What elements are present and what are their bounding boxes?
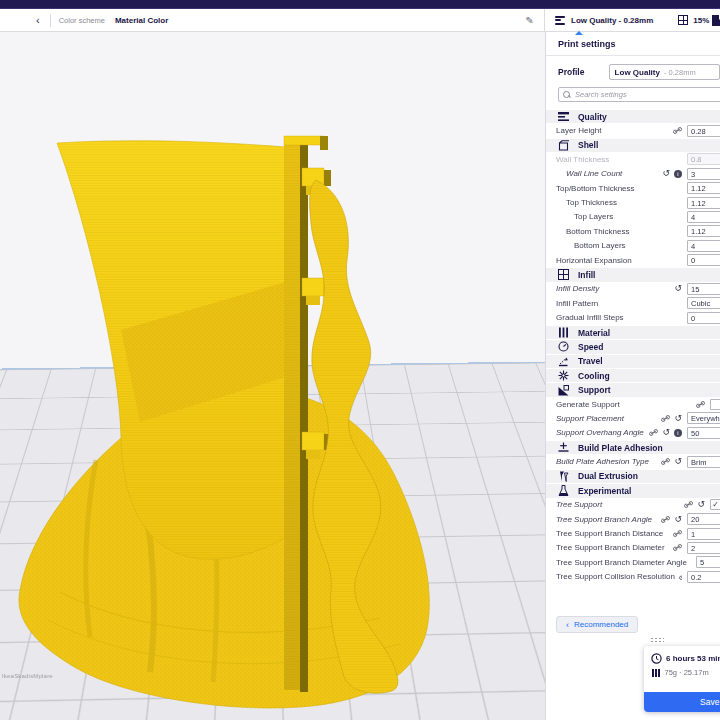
setting-support-placement[interactable]: Support Placement ↺ Everywhere xyxy=(546,411,720,425)
link-icon[interactable] xyxy=(673,530,682,537)
setting-bottom-layers[interactable]: Bottom Layers 4 xyxy=(546,239,720,253)
value-box[interactable]: 4 xyxy=(687,240,720,252)
setting-label: Tree Support xyxy=(556,500,602,509)
value-box[interactable]: 1.12 xyxy=(687,182,720,194)
value-box[interactable]: 3 xyxy=(687,168,720,180)
setting-gradual-infill-steps[interactable]: Gradual Infill Steps 0 xyxy=(546,310,720,324)
setting-infill-density[interactable]: Infill Density ↺ 15 xyxy=(546,282,720,296)
recommended-mode-button[interactable]: ‹ Recommended xyxy=(556,616,638,633)
link-icon[interactable] xyxy=(661,415,670,422)
section-speed[interactable]: Speed xyxy=(546,339,720,353)
value-box[interactable]: 1 xyxy=(687,528,720,540)
link-icon[interactable] xyxy=(649,429,658,436)
value-box[interactable]: 20 xyxy=(687,513,720,525)
section-dual-extrusion[interactable]: Dual Extrusion xyxy=(546,469,720,483)
setting-tree-support-branch-distance[interactable]: Tree Support Branch Distance 1 xyxy=(546,526,720,540)
back-chevron-icon[interactable]: ‹ xyxy=(36,14,40,26)
link-icon[interactable] xyxy=(673,544,682,551)
setting-tree-support[interactable]: Tree Support ↺ ✓ xyxy=(546,498,720,512)
color-scheme-dropdown[interactable]: Material Color xyxy=(115,16,168,25)
setting-top-layers[interactable]: Top Layers 4 xyxy=(546,210,720,224)
link-icon[interactable] xyxy=(679,573,682,580)
adhesion-icon xyxy=(558,442,569,453)
value-box[interactable]: 0 xyxy=(687,254,720,266)
save-button[interactable]: Save xyxy=(644,692,720,712)
value-box[interactable]: 1.12 xyxy=(687,225,720,237)
value-box[interactable]: 50 xyxy=(687,427,720,439)
section-material[interactable]: Material xyxy=(546,325,720,339)
print-settings-title: Print settings xyxy=(546,32,720,56)
setting-support-overhang-angle[interactable]: Support Overhang Angle ↺ i 50 xyxy=(546,426,720,440)
sliced-model[interactable] xyxy=(0,32,545,720)
setting-build-plate-adhesion-type[interactable]: Build Plate Adhesion Type ↺ Brim xyxy=(546,454,720,468)
section-label: Shell xyxy=(578,140,598,150)
link-icon[interactable] xyxy=(684,501,693,508)
quality-icon xyxy=(558,111,569,122)
section-label: Infill xyxy=(578,270,595,280)
cooling-icon xyxy=(558,370,569,381)
value-box[interactable]: 0 xyxy=(687,312,720,324)
info-icon[interactable]: i xyxy=(674,429,682,437)
value-dropdown[interactable]: Brim xyxy=(687,456,720,468)
setting-tree-support-branch-angle[interactable]: Tree Support Branch Angle ↺ 20 xyxy=(546,512,720,526)
value-box[interactable]: 0.28 xyxy=(687,125,720,137)
reset-icon[interactable]: ↺ xyxy=(662,169,670,178)
setting-wall-line-count[interactable]: Wall Line Count ↺ i 3 xyxy=(546,167,720,181)
experimental-flask-icon xyxy=(558,485,569,496)
edit-pencil-icon[interactable]: ✎ xyxy=(526,15,534,26)
info-icon[interactable]: i xyxy=(674,170,682,178)
value-box[interactable]: 1.12 xyxy=(687,197,720,209)
section-support[interactable]: Support xyxy=(546,382,720,396)
link-icon[interactable] xyxy=(673,127,682,134)
travel-icon xyxy=(558,356,569,367)
section-shell[interactable]: Shell xyxy=(546,138,720,152)
value-dropdown[interactable]: Everywhere xyxy=(687,412,720,424)
setting-label: Tree Support Branch Distance xyxy=(556,529,663,538)
dual-extrusion-icon xyxy=(558,471,569,482)
search-settings-input[interactable]: Search settings xyxy=(558,87,720,102)
section-experimental[interactable]: Experimental xyxy=(546,483,720,497)
section-infill[interactable]: Infill xyxy=(546,267,720,281)
section-quality[interactable]: Quality xyxy=(546,109,720,123)
profile-dropdown[interactable]: Low Quality - 0.28mm xyxy=(609,64,720,80)
setting-layer-height[interactable]: Layer Height 0.28 xyxy=(546,123,720,137)
section-build-plate-adhesion[interactable]: Build Plate Adhesion xyxy=(546,440,720,454)
value-box[interactable]: 2 xyxy=(687,542,720,554)
panel-pointer-caret xyxy=(575,31,583,35)
setting-generate-support[interactable]: Generate Support xyxy=(546,397,720,411)
window-top-bar xyxy=(0,0,720,9)
value-box[interactable]: 5 xyxy=(696,556,720,568)
link-icon[interactable] xyxy=(661,516,670,523)
setting-infill-pattern[interactable]: Infill Pattern Cubic xyxy=(546,296,720,310)
section-label: Cooling xyxy=(578,371,610,381)
link-icon[interactable] xyxy=(696,401,705,408)
reset-icon[interactable]: ↺ xyxy=(674,515,682,524)
print-setup-summary-bar[interactable]: Low Quality - 0.28mm 15% xyxy=(545,9,720,31)
value-box[interactable]: 0.2 xyxy=(687,571,720,583)
setting-top-thickness[interactable]: Top Thickness 1.12 xyxy=(546,195,720,209)
reset-icon[interactable]: ↺ xyxy=(674,414,682,423)
3d-viewport[interactable]: IkeaSkadisMplare xyxy=(0,32,545,720)
reset-icon[interactable]: ↺ xyxy=(697,500,705,509)
section-travel[interactable]: Travel xyxy=(546,354,720,368)
panel-drag-handle[interactable] xyxy=(650,637,664,642)
value-box[interactable]: 15 xyxy=(687,283,720,295)
value-dropdown[interactable]: Cubic xyxy=(687,297,720,309)
link-icon[interactable] xyxy=(661,458,670,465)
section-cooling[interactable]: Cooling xyxy=(546,368,720,382)
setting-tree-support-branch-diameter[interactable]: Tree Support Branch Diameter 2 xyxy=(546,541,720,555)
checkbox-checked[interactable]: ✓ xyxy=(710,499,720,510)
setting-horizontal-expansion[interactable]: Horizontal Expansion 0 xyxy=(546,253,720,267)
setting-top-bottom-thickness[interactable]: Top/Bottom Thickness 1.12 xyxy=(546,181,720,195)
reset-icon[interactable]: ↺ xyxy=(662,428,670,437)
setting-bottom-thickness[interactable]: Bottom Thickness 1.12 xyxy=(546,224,720,238)
setting-wall-thickness[interactable]: Wall Thickness 0.8 xyxy=(546,152,720,166)
setting-tree-support-branch-diameter-angle[interactable]: Tree Support Branch Diameter Angle 5 xyxy=(546,555,720,569)
reset-icon[interactable]: ↺ xyxy=(674,457,682,466)
value-box[interactable]: 4 xyxy=(687,211,720,223)
setting-tree-support-collision-resolution[interactable]: Tree Support Collision Resolution 0.2 xyxy=(546,570,720,584)
print-time-estimate: 6 hours 53 minutes xyxy=(666,654,720,663)
checkbox[interactable] xyxy=(710,399,720,410)
reset-icon[interactable]: ↺ xyxy=(674,284,682,293)
section-label: Material xyxy=(578,328,610,338)
